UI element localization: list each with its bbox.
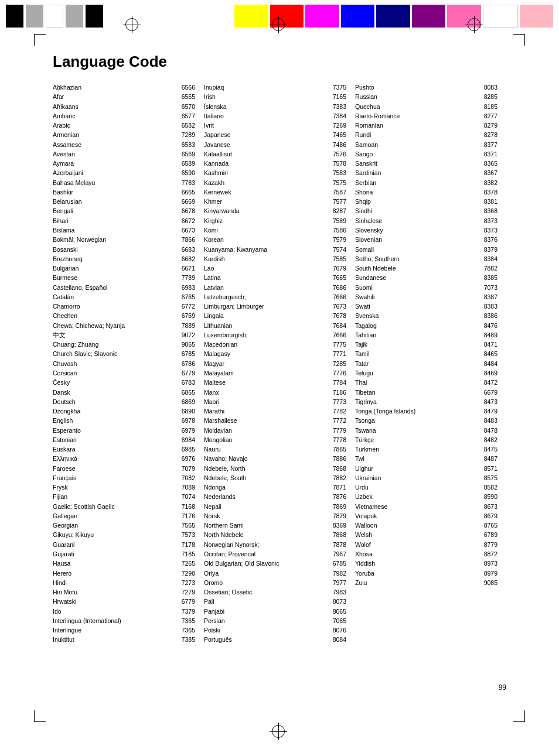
language-code: 7784 — [333, 378, 346, 387]
language-name: Turkmen — [355, 444, 484, 454]
list-item: Maori7773 — [204, 397, 346, 406]
list-item: Oromo7977 — [204, 578, 346, 587]
list-item: Vietnamese8673 — [355, 502, 497, 511]
language-code: 7983 — [333, 587, 346, 597]
language-name: Azerbaijani — [53, 168, 182, 177]
list-item: Yiddish8973 — [355, 559, 497, 568]
list-item: Thai8472 — [355, 378, 497, 387]
language-code: 6976 — [182, 454, 195, 463]
list-item: Tamil8465 — [355, 349, 497, 358]
language-name: Français — [53, 473, 182, 483]
language-name: Kalaallisut — [204, 149, 333, 159]
list-item: Ελληνικά6976 — [53, 454, 195, 463]
list-item: Tswana8478 — [355, 426, 497, 435]
language-name: Guarani — [53, 540, 182, 549]
language-code: 7178 — [182, 540, 195, 549]
language-code: 7967 — [333, 549, 346, 559]
language-name: Kernewek — [204, 187, 333, 197]
language-code: 6678 — [182, 206, 195, 215]
list-item: Ivrit7269 — [204, 121, 346, 130]
list-item: Kalaallisut7576 — [204, 149, 346, 159]
language-name: Lithuanian — [204, 321, 333, 330]
language-code: 8483 — [484, 416, 497, 425]
list-item: Belarusian6669 — [53, 197, 195, 206]
language-name: Hiri Motu — [53, 587, 182, 597]
language-code: 6865 — [182, 388, 195, 397]
language-code: 7365 — [182, 616, 195, 625]
white-square-2 — [483, 5, 518, 28]
language-name: Afar — [53, 92, 182, 101]
language-code: 7684 — [333, 321, 346, 330]
list-item: Hiri Motu7279 — [53, 587, 195, 597]
language-code: 8973 — [484, 559, 497, 568]
list-item: Svenska8386 — [355, 311, 497, 320]
language-code: 6785 — [333, 559, 346, 568]
language-code: 6789 — [484, 530, 497, 539]
list-item: Twi8487 — [355, 454, 497, 463]
language-code: 7385 — [182, 635, 195, 644]
list-item: Aymara6589 — [53, 159, 195, 168]
column-3: Pushto8083Russian8285Quechua8185Raeto-Ro… — [355, 83, 506, 645]
language-code: 7079 — [182, 464, 195, 473]
list-item: Brezhoneg6682 — [53, 254, 195, 264]
list-item: Česky6783 — [53, 378, 195, 387]
language-code: 7869 — [333, 502, 346, 511]
language-name: Assamese — [53, 140, 182, 149]
language-code: 7583 — [333, 168, 346, 177]
language-name: Macedonian — [204, 340, 333, 349]
list-item: Guarani7178 — [53, 540, 195, 549]
list-item: Polski8076 — [204, 625, 346, 635]
language-name: Occitan; Provencal — [204, 549, 333, 559]
language-name: Slovenian — [355, 235, 484, 244]
list-item: Tibetan6679 — [355, 388, 497, 397]
list-item: Kurdish7585 — [204, 254, 346, 264]
list-item: Irish7165 — [204, 92, 346, 101]
language-name: Türkçe — [355, 435, 484, 444]
list-item: Slovensky8373 — [355, 225, 497, 235]
language-code: 7082 — [182, 473, 195, 483]
list-item: Avestan6569 — [53, 149, 195, 159]
language-name: Sango — [355, 149, 484, 159]
language-code: 7365 — [182, 625, 195, 635]
list-item: Magyar7285 — [204, 359, 346, 368]
language-name: Lao — [204, 264, 333, 273]
list-item: Swati8383 — [355, 302, 497, 311]
language-name: Volapuk — [355, 511, 484, 521]
language-name: Samoan — [355, 140, 484, 149]
language-code: 7486 — [333, 140, 346, 149]
language-name: Avestan — [53, 149, 182, 159]
language-code: 6785 — [182, 349, 195, 358]
list-item: Chamorro6772 — [53, 302, 195, 311]
language-code: 8765 — [484, 521, 497, 530]
list-item: Marshallese7772 — [204, 416, 346, 425]
language-code: 7269 — [333, 121, 346, 130]
list-item: Français7082 — [53, 473, 195, 483]
list-item: Íslenska7383 — [204, 102, 346, 111]
list-item: Afar6565 — [53, 92, 195, 101]
language-code: 7290 — [182, 569, 195, 578]
language-name: Ido — [53, 607, 182, 616]
language-name: Kashmiri — [204, 168, 333, 177]
list-item: Northern Sami8369 — [204, 521, 346, 530]
page-title: Language Code — [53, 53, 506, 71]
language-code: 7565 — [182, 521, 195, 530]
language-code: 7586 — [333, 225, 346, 235]
list-item: Mongolian7778 — [204, 435, 346, 444]
language-code: 8571 — [484, 464, 497, 473]
list-item: Assamese6583 — [53, 140, 195, 149]
list-item: Latina7665 — [204, 273, 346, 282]
list-item: Bashkir6665 — [53, 187, 195, 197]
language-code: 7886 — [333, 454, 346, 463]
language-code: 6671 — [182, 264, 195, 273]
list-item: Limburgan; Limburger7673 — [204, 302, 346, 311]
language-name: Lingala — [204, 311, 333, 320]
language-code: 6779 — [182, 597, 195, 606]
language-code: 9085 — [484, 578, 497, 587]
language-name: Mongolian — [204, 435, 333, 444]
language-code: 8373 — [484, 225, 497, 235]
language-name: Oriya — [204, 569, 333, 578]
language-code: 7577 — [333, 197, 346, 206]
list-item: Oriya7982 — [204, 569, 346, 578]
language-name: Thai — [355, 378, 484, 387]
list-item: Kazakh7575 — [204, 178, 346, 187]
